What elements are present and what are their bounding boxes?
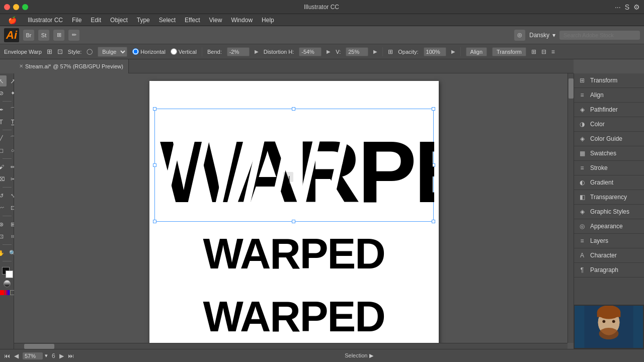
menubar: 🍎 Illustrator CC File Edit Object Type S… (0, 14, 644, 26)
panel-label-layers: Layers (590, 237, 608, 244)
apple-menu[interactable]: 🍎 (4, 15, 21, 25)
rotate-tool[interactable]: ↺ (0, 190, 7, 201)
panel-item-appearance[interactable]: ◎ Appearance (574, 219, 644, 234)
user-dropdown-icon[interactable]: ▾ (552, 32, 555, 39)
panel-item-paragraph[interactable]: ¶ Paragraph (574, 263, 644, 278)
maximize-button[interactable] (22, 4, 28, 10)
scrollbar-thumb-horizontal[interactable] (24, 344, 54, 349)
status-tool-area: Selection ▶ (78, 352, 640, 359)
distortion-h-arrow[interactable]: ▶ (327, 49, 331, 54)
color-selector[interactable] (1, 266, 13, 278)
pen-icon[interactable]: ✏ (68, 30, 79, 41)
menu-view[interactable]: View (205, 16, 226, 25)
panel-item-align[interactable]: ≡ Align (574, 88, 644, 103)
menu-window[interactable]: Window (227, 16, 257, 25)
panel-item-layers[interactable]: ≡ Layers (574, 234, 644, 248)
panel-item-transform[interactable]: ⊞ Transform (574, 73, 644, 88)
opacity-arrow[interactable]: ▶ (451, 49, 455, 54)
line-tool[interactable]: ╱ (0, 133, 7, 144)
menu-object[interactable]: Object (106, 16, 132, 25)
menu-file[interactable]: File (68, 16, 86, 25)
symbol-tool[interactable]: ⊛ (0, 219, 7, 230)
menu-select[interactable]: Select (155, 16, 180, 25)
lasso-tool[interactable]: ⊘ (0, 87, 7, 99)
scrollbar-vertical[interactable] (568, 73, 574, 343)
scrollbar-thumb-vertical[interactable] (569, 78, 574, 99)
vertical-radio[interactable]: Vertical (171, 48, 197, 55)
minimize-button[interactable] (13, 4, 19, 10)
eraser-tool[interactable]: ⌫ (0, 173, 7, 185)
webcam-feed (575, 306, 643, 348)
type-tool[interactable]: T (0, 116, 7, 127)
zoom-input[interactable] (23, 352, 43, 359)
username[interactable]: Dansky (529, 32, 549, 39)
panel-icon-pathfinder: ◈ (578, 106, 586, 114)
nav-last-button[interactable]: ⏭ (68, 352, 74, 359)
panel-item-gradient[interactable]: ◐ Gradient (574, 175, 644, 190)
distortion-v-input[interactable] (346, 47, 368, 56)
warped-text-group[interactable]: WARPED | (154, 109, 434, 222)
align-button[interactable]: Align (466, 47, 487, 56)
stock-icon[interactable]: St (38, 30, 49, 41)
bend-input[interactable] (227, 47, 250, 56)
paintbrush-tool[interactable]: 🖌 (0, 161, 7, 172)
nav-next-button[interactable]: ▶ (59, 352, 64, 359)
selection-tool[interactable]: ↖ (0, 75, 7, 86)
bend-arrow[interactable]: ▶ (255, 49, 259, 54)
distortion-v-arrow[interactable]: ▶ (373, 49, 377, 54)
nav-first-button[interactable]: ⏮ (4, 352, 10, 359)
style-select[interactable]: Bulge Arc Shell (98, 47, 127, 57)
bridge-icon[interactable]: Br (23, 30, 34, 41)
menu-type[interactable]: Type (133, 16, 154, 25)
panel-item-stroke[interactable]: ≡ Stroke (574, 161, 644, 175)
warp-tool[interactable]: 〰 (0, 202, 7, 213)
scrollbar-horizontal[interactable] (14, 343, 568, 349)
panel-item-pathfinder[interactable]: ◈ Pathfinder (574, 103, 644, 117)
panel-icon-layers: ≡ (578, 237, 586, 245)
document-tab[interactable]: ✕ Stream.ai* @ 57% (RGB/GPU Preview) (14, 59, 129, 73)
artboard-tool[interactable]: ⊡ (0, 231, 7, 242)
gradient-fill-icon[interactable] (5, 290, 10, 295)
nav-prev-button[interactable]: ◀ (14, 352, 19, 359)
hand-tool[interactable]: ✋ (0, 247, 7, 258)
horizontal-radio[interactable]: Horizontal (132, 48, 166, 55)
panel-label-transform: Transform (590, 77, 617, 84)
pen-tool[interactable]: ✒ (0, 104, 7, 115)
tab-bar: ✕ Stream.ai* @ 57% (RGB/GPU Preview) (14, 59, 574, 73)
menu-edit[interactable]: Edit (87, 16, 105, 25)
tab-info: @ 57% (RGB/GPU Preview) (53, 63, 123, 69)
page-num-display: 6 (52, 352, 55, 359)
panel-item-color_guide[interactable]: ◈ Color Guide (574, 132, 644, 146)
bend-label: Bend: (207, 49, 222, 55)
webcam-thumbnail (574, 305, 644, 349)
transform-button[interactable]: Transform (492, 47, 526, 56)
solid-fill-icon[interactable] (0, 290, 4, 295)
none-fill-icon[interactable] (4, 280, 11, 287)
menu-help[interactable]: Help (258, 16, 278, 25)
stock-search-input[interactable] (559, 31, 640, 40)
creative-cloud-icon: ⚙ (633, 3, 640, 11)
panel-item-transparency[interactable]: ◧ Transparency (574, 190, 644, 205)
distribute-icon: ⊟ (541, 48, 546, 55)
canvas-area[interactable]: WARPED | (14, 73, 574, 349)
panel-label-stroke: Stroke (590, 164, 608, 171)
magnet-icon[interactable]: ◎ (514, 30, 525, 41)
more-options-icon: ≡ (551, 48, 555, 55)
status-arrow[interactable]: ▶ (369, 352, 373, 358)
tab-close-icon[interactable]: ✕ (19, 63, 23, 69)
menu-illustrator[interactable]: Illustrator CC (24, 16, 67, 25)
opacity-input[interactable] (424, 47, 446, 56)
grid-icon[interactable]: ⊞ (53, 30, 64, 41)
menu-effect[interactable]: Effect (181, 16, 204, 25)
panel-item-character[interactable]: A Character (574, 248, 644, 263)
distortion-h-input[interactable] (299, 47, 321, 56)
distortion-v-label: V: (336, 49, 341, 55)
rectangle-tool[interactable]: ◻ (0, 145, 7, 156)
panel-icon-graphic_styles: ◈ (578, 208, 586, 216)
panel-item-color[interactable]: ◑ Color (574, 117, 644, 132)
zoom-dropdown-icon[interactable]: ▾ (45, 352, 48, 359)
close-button[interactable] (4, 4, 10, 10)
background-color[interactable] (6, 270, 13, 278)
panel-item-graphic_styles[interactable]: ◈ Graphic Styles (574, 205, 644, 219)
panel-item-swatches[interactable]: ▦ Swatches (574, 146, 644, 161)
